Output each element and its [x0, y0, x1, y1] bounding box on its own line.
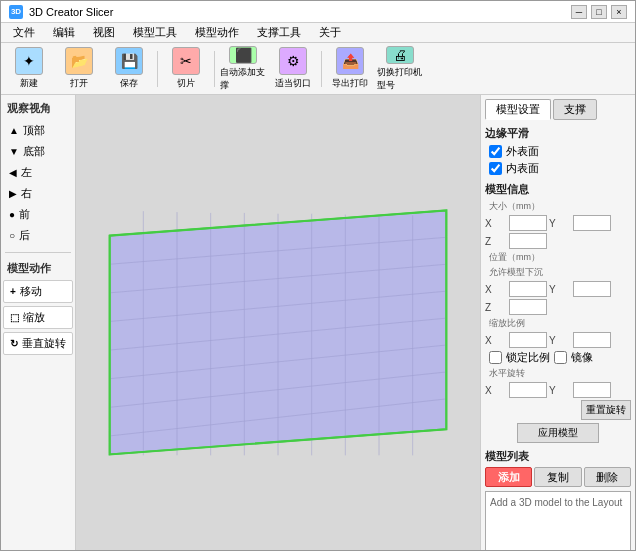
view-btn-back[interactable]: ○后	[3, 225, 73, 246]
scale-y-label: Y	[549, 335, 571, 346]
scale-action-icon: ⬚	[10, 312, 19, 323]
minimize-button[interactable]: ─	[571, 5, 587, 19]
new-icon: ✦	[15, 47, 43, 75]
right-panel: 模型设置 支撑 边缘平滑 外表面 内表面 模型信息 大小（mm） X	[480, 95, 635, 551]
tab-model-settings[interactable]: 模型设置	[485, 99, 551, 120]
app-title: 3D Creator Slicer	[29, 6, 113, 18]
rotate-action-label: 垂直旋转	[22, 336, 66, 351]
inner-surface-checkbox[interactable]	[489, 162, 502, 175]
lock-scale-checkbox[interactable]	[489, 351, 502, 364]
bottom-icon: ▼	[9, 146, 19, 157]
toolbar-btn-switch-printer[interactable]: 🖨切换打印机型号	[376, 46, 424, 92]
menu-item-支撑工具[interactable]: 支撑工具	[249, 23, 309, 42]
menu-item-文件[interactable]: 文件	[5, 23, 43, 42]
add-model-button[interactable]: 添加	[485, 467, 532, 487]
menu-item-关于[interactable]: 关于	[311, 23, 349, 42]
toolbar-separator-6	[321, 51, 322, 87]
scale-ratio-label: 缩放比例	[485, 317, 525, 330]
viewport[interactable]	[76, 95, 480, 551]
front-icon: ●	[9, 209, 15, 220]
rotate-y-label: Y	[549, 385, 571, 396]
menu-item-模型工具[interactable]: 模型工具	[125, 23, 185, 42]
view-btn-front[interactable]: ●前	[3, 204, 73, 225]
slice-label: 切片	[177, 77, 195, 90]
action-btn-move[interactable]: +移动	[3, 280, 73, 303]
toolbar-btn-auto-support[interactable]: ⬛自动添加支撑	[219, 46, 267, 92]
close-button[interactable]: ×	[611, 5, 627, 19]
left-view-label: 左	[21, 165, 32, 180]
delete-model-button[interactable]: 删除	[584, 467, 631, 487]
toolbar-btn-save[interactable]: 💾保存	[105, 46, 153, 92]
outer-surface-checkbox[interactable]	[489, 145, 502, 158]
outer-surface-label: 外表面	[506, 144, 539, 159]
pos-z-input[interactable]	[509, 299, 547, 315]
menu-item-模型动作[interactable]: 模型动作	[187, 23, 247, 42]
size-x-input[interactable]	[509, 215, 547, 231]
action-buttons-container: +移动⬚缩放↻垂直旋转	[3, 280, 73, 355]
menu-bar: 文件编辑视图模型工具模型动作支撑工具关于	[1, 23, 635, 43]
rotate-y-input[interactable]	[573, 382, 611, 398]
toolbar-btn-open[interactable]: 📂打开	[55, 46, 103, 92]
view-buttons-container: ▲顶部▼底部◀左▶右●前○后	[3, 120, 73, 246]
save-label: 保存	[120, 77, 138, 90]
rotate-x-input[interactable]	[509, 382, 547, 398]
action-btn-rotate[interactable]: ↻垂直旋转	[3, 332, 73, 355]
pos-y-input[interactable]	[573, 281, 611, 297]
outer-surface-row: 外表面	[485, 144, 631, 159]
title-bar-controls: ─ □ ×	[571, 5, 627, 19]
scale-header-row: 缩放比例	[485, 317, 631, 330]
rotate-x-label: X	[485, 385, 507, 396]
size-z-label: Z	[485, 236, 507, 247]
mirror-checkbox[interactable]	[554, 351, 567, 364]
reset-rotate-button[interactable]: 重置旋转	[581, 400, 631, 420]
size-y-input[interactable]	[573, 215, 611, 231]
mirror-label: 镜像	[571, 350, 593, 365]
size-x-label: X	[485, 218, 507, 229]
toolbar-btn-slice[interactable]: ✂切片	[162, 46, 210, 92]
tab-support[interactable]: 支撑	[553, 99, 597, 120]
toolbar-btn-repair[interactable]: ⚙适当切口	[269, 46, 317, 92]
rotate-label: 水平旋转	[485, 367, 525, 380]
view-btn-right[interactable]: ▶右	[3, 183, 73, 204]
right-view-label: 右	[21, 186, 32, 201]
view-btn-top[interactable]: ▲顶部	[3, 120, 73, 141]
lock-scale-row: 锁定比例 镜像	[485, 350, 631, 365]
toolbar-btn-new[interactable]: ✦新建	[5, 46, 53, 92]
model-list-buttons: 添加 复制 删除	[485, 467, 631, 487]
open-icon: 📂	[65, 47, 93, 75]
switch-printer-icon: 🖨	[386, 46, 414, 64]
scale-x-label: X	[485, 335, 507, 346]
pos-x-input[interactable]	[509, 281, 547, 297]
menu-item-视图[interactable]: 视图	[85, 23, 123, 42]
view-btn-left[interactable]: ◀左	[3, 162, 73, 183]
position-label: 位置（mm）	[485, 251, 540, 264]
model-list-section: 模型列表 添加 复制 删除 Add a 3D model to the Layo…	[485, 449, 631, 551]
toolbar-btn-export[interactable]: 📤导出打印	[326, 46, 374, 92]
size-z-input[interactable]	[509, 233, 547, 249]
apply-model-button[interactable]: 应用模型	[517, 423, 599, 443]
size-z-row: Z	[485, 233, 631, 249]
toolbar-separator-3	[157, 51, 158, 87]
menu-item-编辑[interactable]: 编辑	[45, 23, 83, 42]
toolbar-separator-4	[214, 51, 215, 87]
copy-model-button[interactable]: 复制	[534, 467, 581, 487]
action-btn-scale[interactable]: ⬚缩放	[3, 306, 73, 329]
size-label: 大小（mm）	[485, 200, 540, 213]
rotate-header-row: 水平旋转	[485, 367, 631, 380]
size-y-label: Y	[549, 218, 571, 229]
edge-smooth-title: 边缘平滑	[485, 126, 631, 141]
scale-x-input[interactable]	[509, 332, 547, 348]
maximize-button[interactable]: □	[591, 5, 607, 19]
scale-y-input[interactable]	[573, 332, 611, 348]
pos-y-label: Y	[549, 284, 571, 295]
new-label: 新建	[20, 77, 38, 90]
model-list-area: Add a 3D model to the Layout	[485, 491, 631, 551]
view-btn-bottom[interactable]: ▼底部	[3, 141, 73, 162]
export-label: 导出打印	[332, 77, 368, 90]
view-section-title: 观察视角	[3, 99, 73, 118]
top-view-label: 顶部	[23, 123, 45, 138]
slice-icon: ✂	[172, 47, 200, 75]
right-tabs: 模型设置 支撑	[485, 99, 631, 120]
toolbar: ✦新建📂打开💾保存✂切片⬛自动添加支撑⚙适当切口📤导出打印🖨切换打印机型号	[1, 43, 635, 95]
title-bar-left: 3D 3D Creator Slicer	[9, 5, 113, 19]
